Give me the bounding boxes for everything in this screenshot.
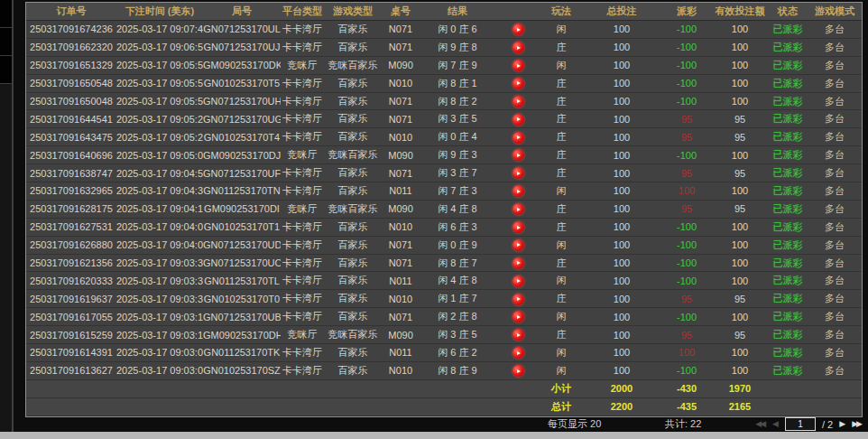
- cell-round: GM090253170DJ: [203, 146, 281, 164]
- cell-total-bet: 100: [582, 164, 661, 182]
- cell-game-type: 百家乐: [324, 92, 382, 110]
- play-video-icon[interactable]: [512, 42, 524, 53]
- column-header-12: 状态: [768, 3, 808, 21]
- play-video-icon[interactable]: [512, 257, 524, 269]
- cell-status: 已派彩: [768, 308, 808, 326]
- play-video-icon[interactable]: [512, 167, 524, 179]
- cell-total-bet: 100: [582, 56, 661, 74]
- cell-status: 已派彩: [768, 128, 808, 146]
- cell-order: 250317091621356: [26, 254, 116, 272]
- cell-total-bet: 100: [582, 308, 661, 326]
- cell-table-no: N010: [382, 74, 420, 92]
- cell-play: 庄: [540, 254, 582, 272]
- cell-play: 庄: [540, 146, 582, 164]
- cell-platform: 卡卡湾厅: [281, 92, 324, 110]
- first-page-icon[interactable]: ◀◀: [755, 420, 766, 428]
- play-video-icon[interactable]: [512, 203, 524, 215]
- column-header-11: 有效投注额: [712, 3, 768, 21]
- cell-result: 闲 1 庄 7: [420, 290, 495, 308]
- cell-status: 已派彩: [768, 254, 808, 272]
- play-video-icon[interactable]: [512, 329, 524, 341]
- cell-time: 2025-03-17 09:03:33: [116, 290, 203, 308]
- cell-valid-bet: 100: [712, 236, 768, 254]
- play-video-icon[interactable]: [512, 60, 524, 71]
- total-count-label: 共计: 22: [665, 417, 701, 431]
- play-video-icon[interactable]: [512, 78, 524, 89]
- cell-video: [495, 290, 540, 308]
- cell-result: 闲 8 庄 1: [420, 74, 495, 92]
- subtotal-spacer: [768, 379, 862, 397]
- play-video-icon[interactable]: [512, 365, 524, 377]
- play-video-icon[interactable]: [512, 347, 524, 359]
- next-page-icon[interactable]: ▶: [839, 420, 845, 428]
- cell-video: [495, 164, 540, 182]
- previous-page-icon[interactable]: ◀: [772, 420, 779, 428]
- cell-table-no: N071: [382, 21, 420, 39]
- play-video-icon[interactable]: [512, 311, 524, 322]
- betting-records-screen: 订单号下注时间 (美东)局号平台类型游戏类型桌号结果玩法总投注派彩有效投注额状态…: [0, 0, 868, 439]
- cell-video: [495, 326, 540, 344]
- play-video-icon[interactable]: [512, 114, 524, 126]
- cell-result: 闲 7 庄 9: [420, 56, 495, 74]
- cell-table-no: M090: [382, 200, 420, 218]
- cell-time: 2025-03-17 09:04:59: [116, 164, 203, 182]
- play-video-icon[interactable]: [512, 276, 524, 287]
- cell-payout: -100: [661, 74, 712, 92]
- table-row: 2503170916203332025-03-17 09:03:36GN0112…: [26, 272, 862, 290]
- cell-time: 2025-03-17 09:04:05: [116, 236, 203, 254]
- cell-play: 庄: [540, 164, 582, 182]
- cell-status: 已派彩: [768, 164, 808, 182]
- cell-payout: -100: [661, 308, 712, 326]
- cell-game-type: 百家乐: [324, 182, 382, 201]
- cell-order: 250317091662320: [26, 38, 116, 56]
- play-video-icon[interactable]: [512, 96, 524, 107]
- cell-mode: 多台: [808, 308, 862, 326]
- cell-order: 250317091614391: [26, 344, 116, 362]
- cell-payout: -100: [661, 254, 712, 272]
- cell-table-no: N010: [382, 218, 420, 236]
- cell-table-no: M090: [382, 146, 420, 164]
- cell-table-no: N010: [382, 361, 420, 379]
- play-video-icon[interactable]: [512, 294, 524, 305]
- total-total-bet: 2200: [582, 397, 661, 416]
- cell-result: 闲 0 庄 9: [420, 236, 495, 254]
- play-triangle-icon: [517, 226, 521, 229]
- table-row: 2503170916505482025-03-17 09:05:55GN0102…: [26, 74, 862, 92]
- cell-total-bet: 100: [582, 182, 661, 201]
- play-video-icon[interactable]: [512, 239, 524, 251]
- cell-play: 庄: [540, 218, 582, 236]
- cell-order: 250317091615259: [26, 326, 116, 344]
- cell-play: 庄: [540, 290, 582, 308]
- cell-mode: 多台: [808, 38, 862, 56]
- cell-table-no: N071: [382, 164, 420, 182]
- cell-status: 已派彩: [768, 326, 808, 344]
- cell-mode: 多台: [808, 21, 862, 39]
- play-video-icon[interactable]: [512, 221, 524, 233]
- cell-platform: 卡卡湾厅: [281, 254, 324, 272]
- cell-status: 已派彩: [768, 92, 808, 110]
- cell-valid-bet: 100: [712, 38, 768, 56]
- play-video-icon[interactable]: [512, 23, 524, 35]
- total-payout: -435: [661, 397, 712, 416]
- play-triangle-icon: [517, 64, 521, 68]
- cell-mode: 多台: [808, 218, 862, 236]
- cell-video: [495, 110, 540, 128]
- cell-video: [495, 74, 540, 92]
- cell-order: 250317091650048: [26, 92, 116, 110]
- table-row: 2503170916513292025-03-17 09:05:58GM0902…: [26, 56, 862, 74]
- cell-valid-bet: 100: [712, 344, 768, 362]
- cell-table-no: M090: [382, 56, 420, 74]
- table-row: 2503170916275312025-03-17 09:04:07GN0102…: [26, 218, 862, 236]
- play-video-icon[interactable]: [512, 185, 524, 197]
- total-spacer: [768, 397, 862, 416]
- cell-valid-bet: 100: [712, 272, 768, 290]
- page-number-input[interactable]: 1: [785, 417, 816, 431]
- play-video-icon[interactable]: [512, 132, 524, 144]
- cell-order: 250317091632965: [26, 182, 116, 201]
- cell-order: 250317091619637: [26, 290, 116, 308]
- last-page-icon[interactable]: ▶▶: [852, 420, 863, 428]
- cell-order: 250317091643475: [26, 128, 116, 146]
- cell-total-bet: 100: [582, 146, 661, 164]
- play-video-icon[interactable]: [512, 149, 524, 161]
- cell-result: 闲 4 庄 8: [420, 200, 495, 218]
